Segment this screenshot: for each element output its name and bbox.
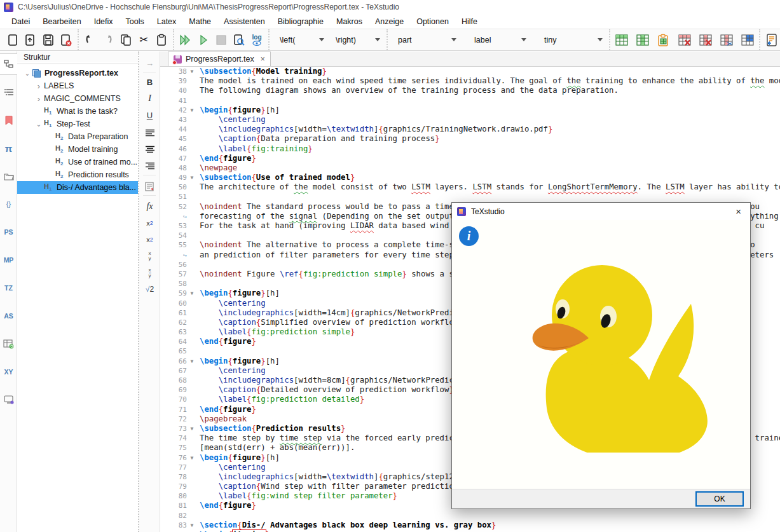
fold-marker-icon[interactable]: ▼ <box>187 357 197 366</box>
xy-panel-icon[interactable]: XY <box>0 361 17 383</box>
sqrt-button[interactable]: √2 <box>139 282 160 297</box>
tab-close-icon[interactable]: × <box>261 55 265 64</box>
tree-expander-icon[interactable]: › <box>34 81 44 91</box>
tree-expander-icon[interactable]: ⌄ <box>34 121 44 128</box>
save-button[interactable] <box>39 31 57 49</box>
editor-line-45[interactable]: 45 \caption{Data preparation and trainin… <box>160 134 780 144</box>
menu-item-optionen[interactable]: Optionen <box>410 15 455 28</box>
editor-line-41[interactable]: 41 <box>160 96 780 106</box>
fontsize-dropdown[interactable]: tiny <box>537 32 606 48</box>
small-frac-button[interactable]: xy <box>139 249 160 264</box>
tree-item-what-is-the-task[interactable]: H1What is the task? <box>17 105 138 118</box>
tree-item-model-training[interactable]: H2Model training <box>17 143 138 156</box>
tikz-panel-icon[interactable]: TZ <box>0 277 17 299</box>
fold-marker-icon[interactable]: ▼ <box>187 106 197 115</box>
bold-button[interactable]: B <box>139 74 160 90</box>
editor-line-83[interactable]: 83▼\section{Dis-/ Advantages black box d… <box>160 521 780 530</box>
editor-line-39[interactable]: 39The model is trained on each wind spee… <box>160 76 780 86</box>
txs-convert-left-icon[interactable] <box>763 31 780 49</box>
editor-line-42[interactable]: 42▼\begin{figure}[h] <box>160 106 780 115</box>
editor-line-46[interactable]: 46 \label{fig:training} <box>160 144 780 154</box>
menu-item-hilfe[interactable]: Hilfe <box>455 15 484 28</box>
pstricks-panel-icon[interactable]: PS <box>0 221 17 243</box>
redo-button[interactable] <box>99 31 117 49</box>
cut-column-icon[interactable]: ✂ <box>718 31 736 49</box>
fold-marker-icon[interactable]: ▼ <box>187 453 197 463</box>
math-symbols-icon[interactable]: π <box>0 137 17 159</box>
editor-line-40[interactable]: 40The following diagram shows an overvie… <box>160 86 780 95</box>
close-document-button[interactable] <box>57 31 75 49</box>
editor-line-44[interactable]: 44 \includegraphics[width=\textwidth]{gr… <box>160 125 780 134</box>
add-column-icon[interactable] <box>634 31 652 49</box>
fold-marker-icon[interactable]: ▼ <box>187 173 197 182</box>
tree-expander-icon[interactable]: ⌄ <box>22 70 32 77</box>
format-table-icon[interactable] <box>739 31 756 49</box>
menu-item-bearbeiten[interactable]: Bearbeiten <box>36 15 87 28</box>
align-right-icon[interactable] <box>139 158 160 174</box>
remove-row-icon[interactable] <box>676 31 694 49</box>
subscript-button[interactable]: x2 <box>139 215 160 231</box>
stop-button[interactable] <box>212 31 230 49</box>
tree-item-dis-advantages-bla[interactable]: H1Dis-/ Advantages bla... <box>17 181 138 194</box>
tree-item-prediction-results[interactable]: H2Prediction results <box>17 168 138 181</box>
tree-item-magic-comments[interactable]: ›MAGIC_COMMENTS <box>17 92 138 105</box>
sectioning-dropdown[interactable]: part <box>390 32 460 48</box>
dialog-titlebar[interactable]: TeXstudio × <box>452 203 750 220</box>
metapost-panel-icon[interactable]: MP <box>0 249 17 271</box>
paste-button[interactable] <box>153 31 170 49</box>
typewriter-icon[interactable] <box>139 179 160 194</box>
compile-button[interactable] <box>195 31 212 49</box>
menu-item-bibliographie[interactable]: Bibliographie <box>271 15 330 28</box>
left-delimiter-dropdown[interactable]: \left( <box>272 32 328 48</box>
editor-line-50[interactable]: 50The architecture of the model consist … <box>160 182 780 192</box>
menu-item-idefix[interactable]: Idefix <box>88 15 120 28</box>
cut-button[interactable]: ✂ <box>135 31 153 49</box>
build-and-view-button[interactable] <box>177 31 195 49</box>
inline-math-button[interactable]: fx <box>139 199 160 214</box>
menu-item-assistenten[interactable]: Assistenten <box>217 15 271 28</box>
editor-line-38[interactable]: 38▼\subsection{Model training} <box>160 67 780 76</box>
tree-item-data-preparation[interactable]: H2Data Preparation <box>17 130 138 143</box>
menu-item-mathe[interactable]: Mathe <box>182 15 217 28</box>
align-left-icon[interactable] <box>139 125 160 140</box>
italic-button[interactable]: I <box>139 91 160 106</box>
editor-line-49[interactable]: 49▼\subsection{Use of trained model} <box>160 173 780 182</box>
editor-line-82[interactable]: 82 <box>160 511 780 521</box>
remove-column-icon[interactable] <box>697 31 715 49</box>
todo-list-icon[interactable] <box>0 81 17 103</box>
editor-line-51[interactable]: 51 <box>160 192 780 201</box>
copy-button[interactable] <box>117 31 135 49</box>
editor-line-43[interactable]: 43 \centering <box>160 115 780 125</box>
goto-arrow-icon[interactable]: → <box>139 55 160 71</box>
superscript-button[interactable]: x2 <box>139 232 160 247</box>
tree-expander-icon[interactable]: › <box>34 94 44 104</box>
undo-button[interactable] <box>81 31 99 49</box>
open-document-button[interactable] <box>22 31 39 49</box>
underline-button[interactable]: U <box>139 107 160 123</box>
fold-marker-icon[interactable]: ▼ <box>187 289 197 298</box>
table-tools-icon[interactable] <box>0 333 17 355</box>
new-document-button[interactable] <box>4 31 22 49</box>
tree-item-progressreport-tex[interactable]: ⌄ProgressReport.tex <box>17 67 138 79</box>
structure-panel-icon[interactable] <box>0 53 18 75</box>
editor-line-48[interactable]: 48\newpage <box>160 163 780 173</box>
tree-item-labels[interactable]: ›LABELS <box>17 79 138 92</box>
frac-button[interactable]: xy <box>139 265 160 280</box>
fold-marker-icon[interactable]: ▼ <box>187 67 197 76</box>
view-pdf-button[interactable] <box>230 31 248 49</box>
bookmark-icon[interactable] <box>0 109 17 131</box>
open-documents-icon[interactable] <box>0 165 17 187</box>
menu-item-latex[interactable]: Latex <box>151 15 183 28</box>
tab-progressreport[interactable]: ProgressReport.tex × <box>168 51 271 66</box>
paste-table-icon[interactable] <box>655 31 673 49</box>
asymptote-panel-icon[interactable]: AS <box>0 305 17 327</box>
menu-item-anzeige[interactable]: Anzeige <box>369 15 410 28</box>
tree-item-use-of-trained-mo[interactable]: H2Use of trained mo... <box>17 156 138 168</box>
align-center-icon[interactable] <box>139 142 160 157</box>
add-row-icon[interactable] <box>613 31 631 49</box>
menu-item-tools[interactable]: Tools <box>120 15 151 28</box>
brackets-panel-icon[interactable]: {} <box>0 193 17 215</box>
ok-button[interactable]: OK <box>695 491 744 507</box>
view-log-button[interactable]: log <box>248 31 266 49</box>
menu-item-makros[interactable]: Makros <box>330 15 369 28</box>
